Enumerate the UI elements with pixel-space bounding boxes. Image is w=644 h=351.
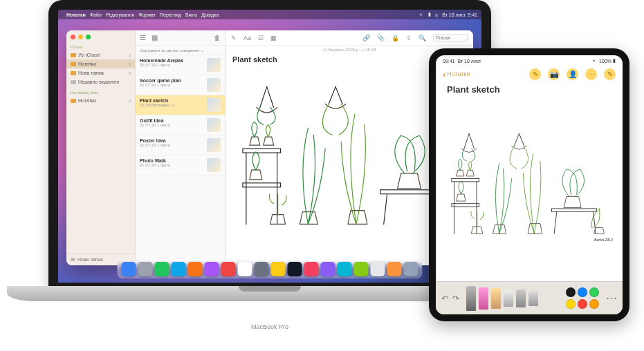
list-view-icon[interactable]: ☰ [140,34,146,41]
delete-note-icon[interactable]: 🗑 [214,34,221,41]
note-item-meta: 21.07.20 1 фото [140,83,204,87]
color-swatch[interactable] [589,299,599,309]
menubar-item[interactable]: Вікно [185,12,197,17]
share-icon[interactable]: ⇪ [406,35,412,41]
dock-app-icon[interactable] [155,262,169,276]
ipad-note-title[interactable]: Plant sketch [436,82,623,99]
new-note-icon[interactable]: ✎ [231,35,237,41]
eraser-tool[interactable] [504,290,513,307]
search-input[interactable] [433,34,468,41]
note-item-meta: 21.07.20 1 фото [140,163,204,167]
ruler-tool[interactable] [528,291,538,306]
menubar-item[interactable]: Довідка [201,12,219,17]
menubar-item[interactable]: Файл [90,12,102,17]
note-list-item[interactable]: Homemade Arepas 21.07.20 1 фото [136,55,225,75]
zoom-window-button[interactable] [86,35,91,39]
sort-dropdown[interactable]: Сортувати за датою створення ⌄ [136,46,225,55]
window-traffic-lights [66,30,135,44]
note-list-item[interactable]: Poster Idea 21.07.20 1 фото [136,135,225,155]
grid-view-icon[interactable]: ▦ [151,34,158,41]
note-list-item[interactable]: Outfit Idea 21.07.20 1 фото [136,115,225,135]
menubar-item[interactable]: Редагування [106,12,134,17]
color-swatch[interactable] [578,299,587,309]
redo-icon[interactable]: ↷ [452,294,459,303]
color-swatch[interactable] [566,299,576,309]
dock-app-icon[interactable] [271,262,286,276]
lock-icon[interactable]: 🔒 [392,35,399,41]
dock-app-icon[interactable] [338,262,352,276]
sidebar-folder-local[interactable]: Нотатки 0 [66,96,135,105]
ipad-markup-toolbar: ↶ ↷ ⋯ [436,281,623,314]
pen-tool[interactable] [466,286,476,311]
plus-circle-icon [71,256,75,263]
dock-app-icon[interactable] [188,262,203,276]
dock-app-icon[interactable] [387,262,402,276]
dock-app-icon[interactable] [321,262,335,276]
more-icon[interactable]: ⋯ [585,68,597,80]
link-icon[interactable]: 🔗 [362,35,370,41]
lasso-tool[interactable] [516,290,526,307]
folder-icon [71,99,76,103]
note-list-item[interactable]: Photo Walk 21.07.20 1 фото [136,155,225,176]
control-center-icon[interactable]: ⌾ [435,12,438,17]
color-swatch[interactable] [566,287,576,297]
marker-tool[interactable] [479,287,488,310]
svg-line-9 [384,194,387,225]
text-style-icon[interactable]: Aa [243,35,251,41]
table-icon[interactable]: ▦ [270,35,277,41]
battery-icon: ▮ [613,58,616,64]
note-list-item[interactable]: Soccer game plan 21.07.20 1 фото [136,75,225,95]
dock-app-icon[interactable] [371,262,385,276]
search-icon[interactable]: 🔍 [418,35,426,41]
sidebar-folder-trash[interactable]: Недавно видалені [66,77,135,86]
battery-icon[interactable]: ▮ [428,12,431,17]
note-item-title: Soccer game plan [140,78,204,83]
folder-icon [71,53,76,57]
svg-rect-4 [243,149,281,153]
note-list-item[interactable]: Plant sketch 15:18 Вкладень: 1 [136,95,225,115]
dock-app-icon[interactable] [354,262,369,276]
svg-line-11 [464,133,469,149]
note-item-title: Homemade Arepas [140,58,204,63]
camera-icon[interactable]: 📷 [548,68,560,80]
share-people-icon[interactable]: 👤 [567,68,578,80]
menubar-app-name[interactable]: Нотатки [66,12,86,17]
color-swatch[interactable] [578,287,587,297]
more-tools-icon[interactable]: ⋯ [606,292,617,305]
dock-app-icon[interactable] [172,262,186,276]
ipad-drawing-canvas[interactable]: Becka 2019 [444,99,614,278]
menubar-item[interactable]: Формат [138,12,156,17]
undo-icon[interactable]: ↶ [441,294,448,303]
sidebar-folder-new[interactable]: Нова папка 0 [66,68,135,77]
checklist-icon[interactable]: ☑ [258,35,264,41]
dock-app-icon[interactable] [304,262,319,276]
sidebar-folder-notes[interactable]: Нотатки 6 [66,59,135,68]
dock-app-icon[interactable] [288,262,302,276]
new-note-icon[interactable]: ✎ [604,68,616,80]
dock-app-icon[interactable] [238,262,252,276]
dock-app-icon[interactable] [255,262,269,276]
folder-icon [71,80,76,84]
wifi-icon[interactable]: ᯤ [419,12,424,17]
note-thumbnail [207,98,221,112]
close-window-button[interactable] [71,35,75,39]
macbook-screen: Нотатки Файл Редагування Формат Перегляд… [58,10,481,283]
dock-app-icon[interactable] [138,262,153,276]
dock-app-icon[interactable] [205,262,219,276]
color-swatch[interactable] [589,287,599,297]
dock-app-icon[interactable] [221,262,236,276]
note-item-meta: 15:18 Вкладень: 1 [140,103,204,107]
note-item-meta: 21.07.20 1 фото [140,63,204,67]
markup-icon[interactable]: ✎ [529,68,541,80]
dock-app-icon[interactable] [122,262,136,276]
svg-line-12 [469,133,474,149]
menubar-item[interactable]: Перегляд [160,12,181,17]
sidebar-folder-all-icloud[interactable]: Усі iCloud 6 [66,50,135,59]
back-button[interactable]: Нотатки [443,69,470,79]
attach-icon[interactable]: 📎 [377,35,385,41]
minimize-window-button[interactable] [78,35,83,39]
pencil-tool[interactable] [491,288,501,309]
menubar-clock[interactable]: Вт 10 лист. 9:41 [442,12,477,17]
ipad-device: 09:41 Вт 10 лист. ᯤ 100% ▮ Нотатки ✎ 📷 👤… [429,48,629,321]
dock-app-icon[interactable] [404,262,418,276]
